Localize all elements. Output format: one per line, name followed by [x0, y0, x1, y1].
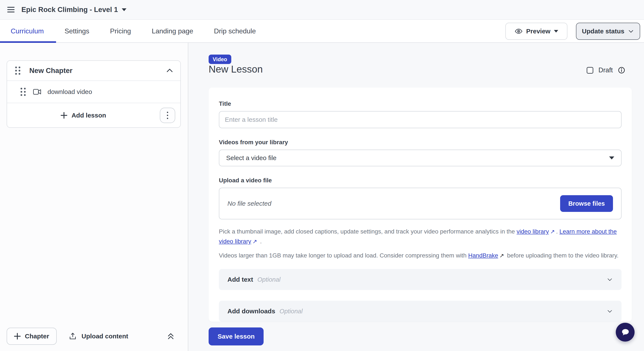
lesson-title: download video: [48, 88, 92, 96]
plus-icon: [14, 333, 20, 340]
preview-button-label: Preview: [526, 28, 550, 35]
tab-list: Curriculum Settings Pricing Landing page…: [11, 20, 256, 42]
upload-content-label: Upload content: [82, 332, 128, 340]
optional-badge: Optional: [280, 308, 302, 315]
course-title-label: Epic Rock Climbing - Level 1: [22, 6, 118, 14]
chapter-title: New Chapter: [29, 66, 166, 75]
caret-down-icon: [609, 156, 614, 160]
chevron-down-icon: [606, 276, 613, 283]
add-text-label: Add text: [228, 276, 253, 283]
chevron-down-icon: [606, 308, 613, 314]
draft-checkbox[interactable]: [587, 67, 593, 74]
add-downloads-label: Add downloads: [228, 308, 275, 315]
add-lesson-button[interactable]: Add lesson: [7, 103, 160, 127]
help-text-segment: Videos larger than 1GB may take longer t…: [219, 252, 468, 259]
upload-icon: [69, 332, 77, 340]
kebab-icon: [167, 112, 168, 113]
tab-drip-schedule[interactable]: Drip schedule: [214, 27, 256, 35]
handbrake-link[interactable]: HandBrake: [468, 252, 498, 259]
preview-button[interactable]: Preview: [505, 23, 568, 40]
course-title-dropdown[interactable]: Epic Rock Climbing - Level 1: [22, 6, 126, 14]
caret-down-icon: [554, 30, 558, 32]
external-link-icon: ↗: [498, 252, 505, 259]
chevron-up-icon[interactable]: [166, 66, 174, 75]
tab-curriculum[interactable]: Curriculum: [11, 27, 44, 35]
active-tab-underline: [0, 41, 56, 43]
upload-empty-text: No file selected: [228, 200, 271, 207]
chapter-header[interactable]: New Chapter: [7, 61, 180, 80]
tab-actions: Preview Update status: [505, 23, 640, 40]
update-status-button-label: Update status: [582, 28, 624, 35]
add-lesson-label: Add lesson: [72, 112, 106, 119]
chevron-down-icon: [628, 28, 634, 34]
upload-field-label: Upload a video file: [219, 177, 622, 184]
video-camera-icon: [33, 88, 42, 95]
caret-down-icon: [122, 8, 126, 11]
hamburger-menu-icon[interactable]: [7, 7, 14, 12]
browse-files-button[interactable]: Browse files: [560, 195, 613, 212]
draft-toggle: Draft: [587, 66, 625, 74]
draft-label: Draft: [598, 66, 613, 74]
upload-content-button[interactable]: Upload content: [69, 332, 128, 340]
add-downloads-accordion[interactable]: Add downloads Optional: [219, 301, 622, 322]
chat-bubble-icon: [620, 326, 631, 338]
curriculum-sidebar: New Chapter download video Add lesson: [0, 43, 188, 351]
save-lesson-button[interactable]: Save lesson: [208, 328, 264, 346]
tab-pricing[interactable]: Pricing: [110, 27, 131, 35]
eye-icon: [514, 27, 523, 35]
external-link-icon: ↗: [251, 238, 258, 245]
compression-help-text: Videos larger than 1GB may take longer t…: [219, 250, 622, 260]
lesson-editor: Video New Lesson Draft Title Videos from…: [188, 43, 644, 351]
upload-dropzone[interactable]: No file selected Browse files: [219, 188, 622, 220]
video-library-help-text: Pick a thumbnail image, add closed capti…: [219, 227, 622, 246]
lesson-title-input[interactable]: [219, 111, 622, 128]
optional-badge: Optional: [258, 276, 280, 283]
chat-widget-button[interactable]: [616, 323, 634, 342]
title-field-label: Title: [219, 100, 622, 107]
add-lesson-row: Add lesson: [7, 103, 180, 127]
help-text-segment: .: [258, 238, 262, 245]
drag-handle-icon[interactable]: [15, 66, 20, 75]
update-status-button[interactable]: Update status: [576, 23, 640, 40]
lesson-type-badge: Video: [208, 54, 231, 64]
page-title: New Lesson: [208, 63, 263, 75]
help-text-segment: before uploading them to the video libra…: [505, 252, 618, 259]
video-library-select[interactable]: Select a video file: [219, 150, 622, 166]
plus-icon: [61, 112, 67, 118]
tab-landing-page[interactable]: Landing page: [152, 27, 193, 35]
drag-handle-icon[interactable]: [20, 88, 26, 96]
help-text-segment: .: [556, 228, 560, 235]
course-builder-page: Epic Rock Climbing - Level 1 Curriculum …: [0, 0, 644, 351]
chapter-card: New Chapter download video Add lesson: [7, 60, 181, 128]
lesson-row[interactable]: download video: [7, 81, 180, 103]
video-library-select-value: Select a video file: [226, 154, 276, 162]
sidebar-footer: Chapter Upload content: [0, 327, 188, 345]
add-chapter-label: Chapter: [25, 332, 49, 340]
video-library-link[interactable]: video library: [516, 228, 549, 235]
external-link-icon: ↗: [549, 228, 556, 235]
add-chapter-button[interactable]: Chapter: [7, 328, 57, 345]
chapter-options-button[interactable]: [160, 108, 175, 123]
add-text-accordion[interactable]: Add text Optional: [219, 269, 622, 290]
topbar: Epic Rock Climbing - Level 1: [0, 0, 644, 20]
info-icon[interactable]: [618, 66, 625, 74]
help-text-segment: Pick a thumbnail image, add closed capti…: [219, 228, 516, 235]
lesson-form-card: Title Videos from your library Select a …: [208, 88, 632, 322]
tab-settings[interactable]: Settings: [64, 27, 90, 35]
collapse-all-icon[interactable]: [166, 331, 176, 341]
library-field-label: Videos from your library: [219, 139, 622, 146]
tabbar: Curriculum Settings Pricing Landing page…: [0, 20, 644, 43]
